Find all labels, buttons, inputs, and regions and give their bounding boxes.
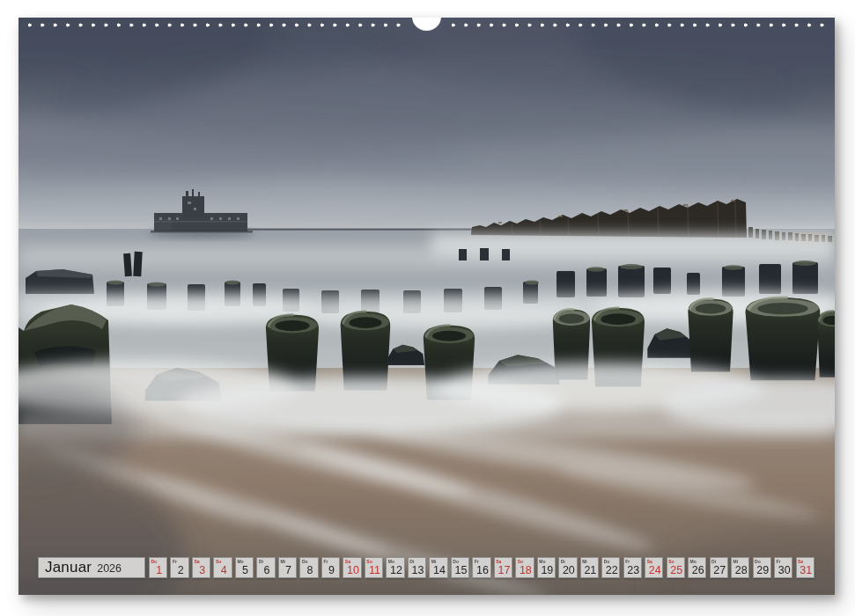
day-number: 9 — [322, 564, 339, 576]
day-cell: Mo 12 — [386, 557, 404, 578]
day-cell: Do 22 — [601, 557, 620, 578]
day-number: 27 — [711, 564, 727, 576]
day-cell: Mi 14 — [429, 557, 447, 578]
day-number: 12 — [387, 564, 403, 576]
day-number: 7 — [279, 564, 296, 576]
day-cell: Fr 9 — [321, 557, 340, 578]
day-cell: Fr 2 — [170, 557, 188, 578]
day-cell: Di 13 — [408, 557, 426, 578]
day-cell: Sa 10 — [343, 557, 361, 578]
calendar-strip: Januar 2026 Do 1 Fr 2 Sa — [18, 557, 835, 578]
day-cell: Di 6 — [256, 557, 275, 578]
day-cell: So 4 — [213, 557, 232, 578]
day-number: 17 — [495, 564, 512, 576]
day-number: 19 — [538, 564, 555, 576]
calendar-page: Januar 2026 Do 1 Fr 2 Sa — [18, 18, 835, 595]
year-label: 2026 — [97, 561, 122, 575]
day-number: 13 — [409, 564, 425, 576]
day-strip: Do 1 Fr 2 Sa 3 So 4 — [149, 557, 814, 578]
calendar-sheet-stage: Januar 2026 Do 1 Fr 2 Sa — [0, 0, 855, 616]
day-cell: Mo 5 — [235, 557, 254, 578]
day-cell: Mo 26 — [688, 557, 706, 578]
day-number: 11 — [365, 564, 382, 576]
day-cell: So 25 — [667, 557, 685, 578]
day-cell: Do 8 — [299, 557, 318, 578]
day-number: 31 — [797, 564, 814, 576]
month-label-box: Januar 2026 — [38, 557, 145, 578]
far-posts — [459, 248, 510, 260]
day-number: 6 — [257, 564, 274, 576]
day-number: 14 — [430, 564, 446, 576]
sky — [18, 18, 835, 231]
day-number: 25 — [667, 564, 684, 576]
day-cell: Di 20 — [558, 557, 577, 578]
day-number: 20 — [559, 564, 576, 576]
day-number: 22 — [602, 564, 619, 576]
day-cell: So 11 — [365, 557, 383, 578]
day-cell: Mo 19 — [537, 557, 556, 578]
day-number: 15 — [452, 564, 468, 576]
day-number: 28 — [732, 564, 748, 576]
day-number: 10 — [343, 564, 360, 576]
day-cell: Fr 30 — [774, 557, 792, 578]
day-cell: Sa 31 — [796, 557, 814, 578]
day-number: 1 — [150, 564, 166, 576]
day-cell: Fr 23 — [623, 557, 642, 578]
day-number: 16 — [473, 564, 490, 576]
day-cell: Mi 21 — [580, 557, 599, 578]
day-cell: Sa 24 — [645, 557, 663, 578]
day-number: 23 — [624, 564, 641, 576]
day-number: 24 — [645, 564, 662, 576]
day-cell: Mi 28 — [731, 557, 749, 578]
day-cell: Di 27 — [710, 557, 728, 578]
day-number: 2 — [171, 564, 188, 576]
day-number: 3 — [193, 564, 210, 576]
month-name: Januar — [45, 559, 92, 576]
day-number: 26 — [689, 564, 705, 576]
day-number: 29 — [754, 564, 770, 576]
day-cell: So 18 — [515, 557, 534, 578]
day-number: 8 — [300, 564, 317, 576]
day-number: 21 — [581, 564, 598, 576]
day-cell: Do 1 — [149, 557, 167, 578]
day-number: 5 — [236, 564, 253, 576]
day-cell: Sa 3 — [192, 557, 210, 578]
day-cell: Do 15 — [451, 557, 469, 578]
day-cell: Sa 17 — [494, 557, 512, 578]
day-number: 30 — [775, 564, 792, 576]
day-cell: Do 29 — [753, 557, 771, 578]
photo-baltic-groynes — [18, 18, 835, 595]
day-number: 18 — [516, 564, 533, 576]
day-cell: Mi 7 — [278, 557, 297, 578]
day-number: 4 — [214, 564, 231, 576]
day-cell: Fr 16 — [472, 557, 490, 578]
